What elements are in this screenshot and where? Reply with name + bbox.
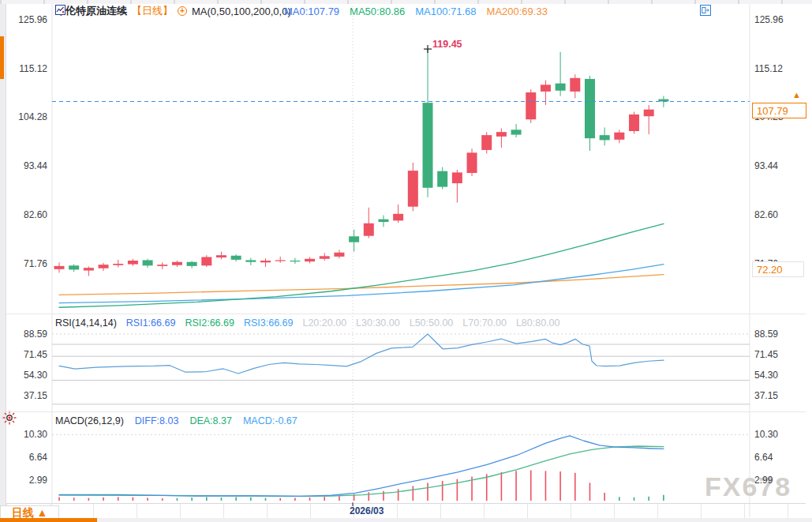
candle-body [629, 115, 639, 131]
price-axis-label: 71.76 [9, 258, 47, 269]
rsi-value-label: RSI2:66.69 [185, 317, 234, 329]
macd-value-label: DIFF:8.03 [135, 415, 179, 426]
rsi-level-label: L80:80.00 [516, 317, 560, 329]
ma-values-row: MA0:107.79MA50:80.86MA100:71.68MA200:69.… [284, 5, 548, 17]
candle-body [113, 264, 123, 265]
candle-body [408, 171, 418, 207]
price-axis-label: 93.44 [754, 160, 802, 171]
rsi-axis-label: 37.15 [9, 390, 47, 401]
price-axis-label: 82.60 [9, 209, 47, 220]
last-price-badge[interactable]: 107.79 [752, 103, 806, 118]
candle-body [511, 130, 522, 134]
candle-body [216, 255, 226, 257]
candle-body [275, 260, 286, 261]
rsi-axis-label: 71.45 [9, 349, 47, 360]
ma-value-label: MA200:69.33 [487, 6, 548, 17]
price-axis-label: 104.28 [9, 111, 47, 122]
macd-axis-label: 6.64 [9, 452, 47, 463]
candle-body [452, 172, 462, 183]
rsi-title[interactable]: RSI(14,14,14) [55, 317, 117, 329]
ma-value-label: MA50:80.86 [350, 6, 405, 17]
rsi-value-label: RSI3:66.69 [244, 317, 294, 329]
candle-body [128, 261, 138, 265]
candle-body [172, 262, 182, 265]
price-up-arrow-icon: ▲ [792, 90, 801, 100]
candle-body [423, 103, 433, 188]
chart-canvas[interactable] [0, 0, 812, 522]
ma-value-label: MA100:71.68 [415, 6, 476, 17]
candle-body [541, 84, 551, 92]
candle-body [201, 257, 211, 265]
candle-body [585, 79, 595, 138]
rsi-level-label: L30:30.00 [356, 317, 400, 329]
price-axis-label: 82.60 [754, 209, 802, 220]
candle-body [481, 135, 492, 150]
macd-axis-label: 10.30 [754, 429, 802, 440]
candle-body [334, 253, 344, 257]
candle-body [364, 223, 374, 236]
rsi-value-label: RSI1:66.69 [126, 317, 176, 329]
candle-body [157, 265, 167, 266]
horizontal-scrollbar[interactable] [0, 518, 812, 522]
macd-axis-label: 6.64 [754, 452, 802, 463]
candle-body [290, 261, 300, 261]
candle-body [320, 256, 330, 258]
period-high-label: 119.45 [432, 39, 462, 50]
symbol-title: 布伦特原油连续 [55, 4, 127, 18]
rsi-line [59, 334, 664, 374]
rsi-axis-label: 54.30 [754, 370, 802, 381]
dea-line [59, 446, 664, 496]
add-indicator-icon[interactable]: + [178, 6, 187, 16]
macd-value-label: MACD:-0.67 [243, 415, 297, 426]
price-axis-label: 115.12 [754, 63, 802, 74]
candle-body [614, 133, 624, 140]
date-axis-label: 2026/03 [350, 505, 384, 516]
diff-line [59, 436, 664, 497]
candle-body [245, 260, 256, 261]
macd-value-label: DEA:8.37 [189, 415, 232, 426]
candle-body [556, 84, 566, 91]
macd-axis-label: 10.30 [9, 429, 47, 440]
rsi-header: RSI(14,14,14) RSI1:66.69RSI2:66.69RSI3:6… [55, 317, 560, 329]
rsi-level-label: L20:20.00 [302, 317, 346, 329]
collapse-right-icon[interactable] [700, 5, 711, 16]
price-axis-label: 115.12 [9, 63, 47, 74]
time-axis-row[interactable] [6, 504, 812, 518]
ma100-line [59, 265, 664, 303]
candle-body [231, 256, 241, 260]
candle-body [143, 260, 153, 265]
macd-axis-label: 2.99 [9, 475, 47, 486]
ma-settings-label[interactable]: MA(0,50,100,200,0,0) [192, 6, 291, 17]
ma-right-value-label: 72.20 [752, 261, 804, 277]
rsi-axis-label: 54.30 [9, 370, 47, 381]
candle-body [305, 259, 315, 261]
rsi-axis-label: 37.15 [754, 390, 802, 401]
candle-body [600, 135, 610, 140]
candle-body [260, 261, 271, 262]
rsi-level-label: L50:50.00 [410, 317, 454, 329]
candle-body [99, 265, 109, 269]
candle-body [84, 268, 94, 270]
ma-value-label: MA0:107.79 [284, 6, 339, 17]
candle-body [54, 266, 65, 269]
candle-body [437, 171, 447, 187]
rsi-axis-label: 88.59 [754, 329, 802, 340]
rsi-axis-label: 88.59 [9, 329, 47, 340]
price-axis-label: 125.96 [9, 14, 47, 25]
candle-body [526, 92, 536, 119]
candle-body [349, 236, 359, 242]
chart-application: 布伦特原油连续 【日线】 + MA(0,50,100,200,0,0) MA0:… [0, 0, 812, 522]
macd-title[interactable]: MACD(26,12,9) [55, 415, 124, 426]
candle-body [378, 220, 388, 222]
macd-header: MACD(26,12,9) DIFF:8.03DEA:8.37MACD:-0.6… [55, 415, 297, 426]
candle-body [570, 78, 580, 92]
candle-body [393, 214, 403, 221]
period-tag[interactable]: 【日线】 [132, 4, 173, 18]
indicator-settings-icon[interactable] [55, 5, 65, 15]
candle-body [496, 132, 507, 137]
scrollbar-thumb[interactable] [0, 518, 97, 522]
candle-body [467, 152, 477, 173]
candle-body [644, 110, 654, 117]
rsi-level-label: L70:70.00 [462, 317, 507, 329]
macd-axis-label: 2.99 [754, 475, 802, 486]
